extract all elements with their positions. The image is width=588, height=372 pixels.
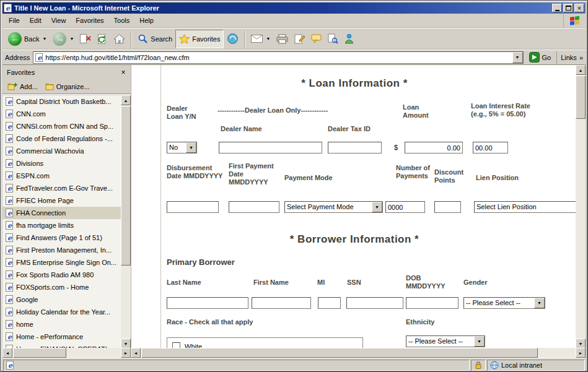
favorite-item[interactable]: fha mortgage limits xyxy=(2,219,121,231)
dealer-loan-select[interactable]: No ▼ xyxy=(167,142,197,154)
folder-icon xyxy=(45,82,54,90)
scrollbar-thumb[interactable] xyxy=(13,348,66,358)
favorite-item[interactable]: First Preston Management, In... xyxy=(2,244,121,256)
scroll-up-button[interactable]: ▲ xyxy=(121,95,131,105)
favorites-button[interactable]: Favorites xyxy=(175,30,224,48)
favorites-header: Favorites × xyxy=(2,65,131,79)
stop-x-glyph: × xyxy=(86,33,92,43)
interest-rate-input[interactable] xyxy=(473,142,508,154)
dob-input[interactable] xyxy=(406,297,459,309)
menu-help[interactable]: Help xyxy=(134,14,159,27)
favorite-item[interactable]: home xyxy=(2,318,121,331)
maximize-button[interactable] xyxy=(563,4,573,12)
scrollbar-thumb[interactable] xyxy=(121,106,131,266)
disbursement-date-input[interactable] xyxy=(167,201,219,213)
loan-amount-input[interactable] xyxy=(405,142,463,154)
chevron-down-icon[interactable]: ▼ xyxy=(372,202,382,212)
menu-view[interactable]: View xyxy=(46,14,71,27)
print-button[interactable] xyxy=(273,30,291,48)
discuss-button[interactable] xyxy=(308,30,325,48)
menu-tools[interactable]: Tools xyxy=(109,14,135,27)
lien-position-select[interactable]: Select Lien Position ▼ xyxy=(474,201,576,213)
add-favorite-button[interactable]: Add... xyxy=(7,82,38,90)
links-chevrons-icon[interactable]: » xyxy=(579,54,583,61)
discount-points-input[interactable] xyxy=(434,201,461,213)
favorite-item[interactable]: CNN.com xyxy=(2,108,121,120)
address-input[interactable]: https://entp.hud.gov/title1/html/f72loan… xyxy=(33,51,523,64)
number-of-payments-input[interactable] xyxy=(385,201,425,213)
favorite-item[interactable]: Commercial Wachovia xyxy=(2,145,121,157)
menu-edit[interactable]: Edit xyxy=(25,14,46,27)
scrollbar-thumb[interactable] xyxy=(141,348,538,358)
dealer-tax-id-input[interactable] xyxy=(328,142,382,154)
menu-favorites[interactable]: Favorites xyxy=(71,14,108,27)
scroll-down-button[interactable]: ▼ xyxy=(121,339,131,348)
close-button[interactable]: × xyxy=(574,4,584,12)
messenger-button[interactable] xyxy=(341,30,357,48)
first-name-input[interactable] xyxy=(252,297,311,309)
chevron-down-icon[interactable]: ▼ xyxy=(186,142,196,153)
favorite-item[interactable]: Holiday Calendar for the Year... xyxy=(2,306,121,318)
address-url[interactable]: https://entp.hud.gov/title1/html/f72loan… xyxy=(45,54,509,61)
forward-dropdown-icon[interactable]: ▼ xyxy=(69,37,74,41)
ssn-input[interactable] xyxy=(346,297,403,309)
favorites-scrollbar[interactable]: ▲ ▼ xyxy=(121,95,131,348)
favorite-item[interactable]: Home - ePerformance xyxy=(2,331,121,343)
chevron-down-icon[interactable]: ▼ xyxy=(534,298,545,308)
back-button[interactable]: ← Back ▼ xyxy=(5,30,50,48)
favorite-item[interactable]: FOXSports.com - Home xyxy=(2,281,121,293)
forward-button[interactable]: → ▼ xyxy=(50,30,77,48)
mail-dropdown-icon[interactable]: ▼ xyxy=(266,37,270,41)
favorite-page-icon xyxy=(6,196,13,205)
minimize-button[interactable] xyxy=(552,4,562,12)
search-button[interactable]: Search xyxy=(134,30,175,48)
favorites-horizontal-scrollbar[interactable]: ◄ ► xyxy=(2,348,131,358)
organize-favorites-button[interactable]: Organize... xyxy=(45,82,90,90)
research-button[interactable] xyxy=(325,30,341,48)
scroll-right-button[interactable]: ► xyxy=(576,348,586,358)
favorite-item[interactable]: Find Answers (Page 1 of 51) xyxy=(2,231,121,244)
favorites-label: Favorites xyxy=(192,35,220,43)
back-dropdown-icon[interactable]: ▼ xyxy=(42,37,46,41)
mi-input[interactable] xyxy=(318,297,341,309)
refresh-button[interactable] xyxy=(93,30,110,48)
favorites-close-button[interactable]: × xyxy=(118,67,128,77)
address-dropdown-button[interactable]: ▼ xyxy=(512,52,523,63)
favorite-label: Home - ePerformance xyxy=(16,333,83,340)
chevron-down-icon[interactable]: ▼ xyxy=(474,336,485,347)
scroll-left-button[interactable]: ◄ xyxy=(2,348,12,358)
first-payment-date-input[interactable] xyxy=(229,201,279,213)
menu-file[interactable]: File xyxy=(4,14,25,27)
favorite-item[interactable]: FedTraveler.com E-Gov Trave... xyxy=(2,182,121,194)
page-vertical-scrollbar[interactable]: ▲ ▼ xyxy=(576,65,586,348)
scrollbar-thumb[interactable] xyxy=(576,76,586,119)
mail-button[interactable]: ▼ xyxy=(248,30,273,48)
dealer-name-input[interactable] xyxy=(219,142,322,154)
favorite-item-selected[interactable]: FHA Connection xyxy=(2,207,121,219)
ethnicity-select[interactable]: -- Please Select -- ▼ xyxy=(406,335,485,347)
scroll-left-button[interactable]: ◄ xyxy=(131,348,141,358)
page-horizontal-scrollbar[interactable]: ◄ ► xyxy=(131,348,586,358)
favorite-item[interactable]: Fox Sports Radio AM 980 xyxy=(2,269,121,281)
scroll-down-button[interactable]: ▼ xyxy=(576,339,586,348)
favorite-item[interactable]: Google xyxy=(2,293,121,306)
favorite-item[interactable]: FMS Enterprise Single Sign On... xyxy=(2,256,121,269)
favorite-item[interactable]: ESPN.com xyxy=(2,170,121,182)
favorite-item[interactable]: Divisions xyxy=(2,157,121,170)
links-bar[interactable]: Links » xyxy=(556,51,583,64)
home-button[interactable] xyxy=(110,30,128,48)
last-name-input[interactable] xyxy=(167,297,248,309)
close-icon: × xyxy=(121,69,125,76)
history-button[interactable] xyxy=(224,30,242,48)
edit-button[interactable] xyxy=(291,30,308,48)
scroll-up-button[interactable]: ▲ xyxy=(576,65,586,75)
favorite-item[interactable]: Code of Federal Regulations -... xyxy=(2,132,121,145)
go-button[interactable]: Go xyxy=(527,51,554,64)
scroll-right-button[interactable]: ► xyxy=(121,348,131,358)
favorite-item[interactable]: CNNSI.com from CNN and Sp... xyxy=(2,120,121,132)
favorite-item[interactable]: FFIEC Home Page xyxy=(2,194,121,207)
stop-button[interactable]: × xyxy=(77,30,93,48)
gender-select[interactable]: -- Please Select -- ▼ xyxy=(463,297,545,309)
payment-mode-select[interactable]: Select Payment Mode ▼ xyxy=(284,201,383,213)
favorite-item[interactable]: Capital District Youth Basketb... xyxy=(2,95,121,108)
